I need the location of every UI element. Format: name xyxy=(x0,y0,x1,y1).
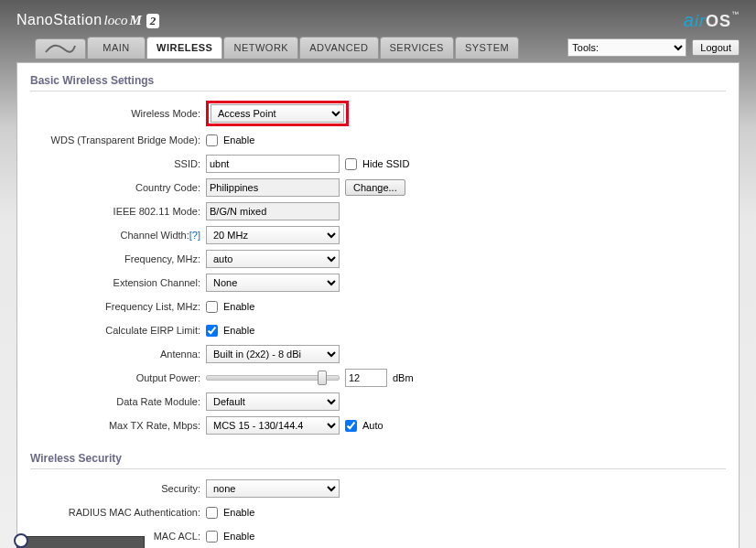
mac-acl-enable-checkbox[interactable] xyxy=(206,531,218,543)
ssid-input[interactable] xyxy=(206,155,340,173)
brand-part4: 2 xyxy=(146,14,160,28)
eirp-enable-text: Enable xyxy=(223,325,254,336)
product-brand: NanoStation loco M 2 xyxy=(16,12,159,28)
main-panel: Basic Wireless Settings Wireless Mode: A… xyxy=(16,62,740,548)
brand-part3: M xyxy=(129,13,141,28)
gear-icon xyxy=(14,533,28,548)
footer-badge xyxy=(16,536,145,548)
output-power-input[interactable] xyxy=(345,369,387,387)
label-ssid: SSID: xyxy=(30,158,206,169)
radius-enable-checkbox[interactable] xyxy=(206,507,218,519)
label-ieee: IEEE 802.11 Mode: xyxy=(30,206,206,217)
label-wireless-mode: Wireless Mode: xyxy=(30,108,206,119)
label-ext-channel: Extension Channel: xyxy=(30,277,206,288)
label-radius: RADIUS MAC Authentication: xyxy=(30,507,206,518)
tab-advanced[interactable]: ADVANCED xyxy=(299,37,378,59)
label-output-power: Output Power: xyxy=(30,372,206,383)
hide-ssid-text: Hide SSID xyxy=(362,158,409,169)
tab-services[interactable]: SERVICES xyxy=(380,37,454,59)
label-country: Country Code: xyxy=(30,182,206,193)
channel-width-help-link[interactable]: [?] xyxy=(189,230,200,241)
annotation-highlight: Access Point xyxy=(206,101,349,126)
label-eirp: Calculate EIRP Limit: xyxy=(30,325,206,336)
label-data-rate: Data Rate Module: xyxy=(30,396,206,407)
label-freq-list: Frequency List, MHz: xyxy=(30,301,206,312)
wireless-mode-select[interactable]: Access Point xyxy=(211,104,344,123)
label-channel-width: Channel Width:[?] xyxy=(30,230,206,241)
label-antenna: Antenna: xyxy=(30,349,206,360)
ubnt-swoosh-icon xyxy=(45,42,76,55)
ext-channel-select[interactable]: None xyxy=(206,274,340,292)
country-change-button[interactable]: Change... xyxy=(345,179,405,196)
tab-wireless[interactable]: WIRELESS xyxy=(146,37,222,59)
wds-enable-checkbox[interactable] xyxy=(206,134,218,146)
nav-tabs: MAIN WIRELESS NETWORK ADVANCED SERVICES … xyxy=(35,37,519,59)
label-max-tx: Max TX Rate, Mbps: xyxy=(30,420,206,431)
antenna-select[interactable]: Built in (2x2) - 8 dBi xyxy=(206,345,340,363)
label-wds: WDS (Transparent Bridge Mode): xyxy=(30,134,206,145)
security-select[interactable]: none xyxy=(206,479,340,498)
wds-enable-text: Enable xyxy=(223,134,254,145)
tools-select[interactable]: Tools: xyxy=(567,38,686,57)
radius-enable-text: Enable xyxy=(223,507,254,518)
eirp-enable-checkbox[interactable] xyxy=(206,325,218,337)
output-power-slider[interactable] xyxy=(206,371,340,384)
freq-list-enable-text: Enable xyxy=(223,301,254,312)
tab-main[interactable]: MAIN xyxy=(87,37,146,59)
section-title-security: Wireless Security xyxy=(30,452,726,469)
tab-network[interactable]: NETWORK xyxy=(223,37,298,59)
max-tx-auto-checkbox[interactable] xyxy=(345,420,357,432)
label-security: Security: xyxy=(30,483,206,494)
label-frequency: Frequency, MHz: xyxy=(30,253,206,264)
country-display xyxy=(206,178,340,197)
brand-part2: loco xyxy=(104,13,128,28)
logout-button[interactable]: Logout xyxy=(692,39,740,56)
hide-ssid-checkbox[interactable] xyxy=(345,158,357,170)
max-tx-auto-text: Auto xyxy=(362,420,383,431)
frequency-select[interactable]: auto xyxy=(206,250,340,268)
mac-acl-enable-text: Enable xyxy=(223,531,254,542)
ieee-display xyxy=(206,202,340,220)
airos-logo: airOS™ xyxy=(684,10,740,31)
freq-list-enable-checkbox[interactable] xyxy=(206,301,218,313)
max-tx-select[interactable]: MCS 15 - 130/144.4 xyxy=(206,416,340,435)
tab-system[interactable]: SYSTEM xyxy=(455,37,519,59)
tab-logo[interactable] xyxy=(35,38,86,59)
data-rate-select[interactable]: Default xyxy=(206,392,340,411)
dbm-unit: dBm xyxy=(393,372,414,383)
section-title-basic: Basic Wireless Settings xyxy=(30,74,726,91)
channel-width-select[interactable]: 20 MHz xyxy=(206,226,340,244)
brand-part1: NanoStation xyxy=(16,12,103,28)
